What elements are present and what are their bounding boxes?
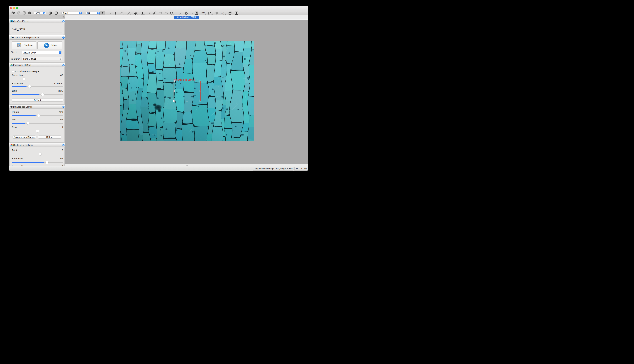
- svg-text:CSV: CSV: [221, 13, 224, 14]
- svg-text:Balance des Blancs: Balance des Blancs: [174, 78, 195, 81]
- svg-text:10um: 10um: [201, 12, 205, 14]
